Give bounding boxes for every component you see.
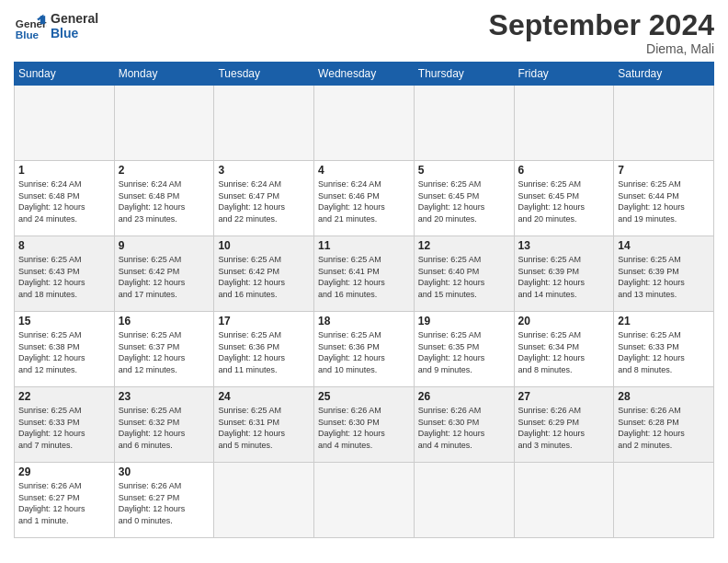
table-row: 9Sunrise: 6:25 AMSunset: 6:42 PMDaylight… xyxy=(114,236,214,312)
table-row: 19Sunrise: 6:25 AMSunset: 6:35 PMDayligh… xyxy=(414,312,514,387)
day-info: Sunrise: 6:25 AMSunset: 6:42 PMDaylight:… xyxy=(218,254,310,300)
day-info: Sunrise: 6:25 AMSunset: 6:32 PMDaylight:… xyxy=(119,405,210,451)
calendar-week-row: 1Sunrise: 6:24 AMSunset: 6:48 PMDaylight… xyxy=(15,161,714,236)
calendar-week-row: 29Sunrise: 6:26 AMSunset: 6:27 PMDayligh… xyxy=(15,463,714,538)
day-number: 18 xyxy=(318,315,410,327)
day-info: Sunrise: 6:25 AMSunset: 6:31 PMDaylight:… xyxy=(218,405,310,451)
col-wednesday: Wednesday xyxy=(314,63,415,86)
day-info: Sunrise: 6:25 AMSunset: 6:38 PMDaylight:… xyxy=(18,329,110,375)
day-info: Sunrise: 6:25 AMSunset: 6:44 PMDaylight:… xyxy=(618,178,710,224)
table-row: 1Sunrise: 6:24 AMSunset: 6:48 PMDaylight… xyxy=(15,161,115,236)
day-number: 21 xyxy=(618,315,710,327)
day-number: 10 xyxy=(218,239,310,252)
day-info: Sunrise: 6:25 AMSunset: 6:41 PMDaylight:… xyxy=(318,254,410,300)
day-info: Sunrise: 6:25 AMSunset: 6:40 PMDaylight:… xyxy=(418,254,510,300)
table-row: 21Sunrise: 6:25 AMSunset: 6:33 PMDayligh… xyxy=(614,312,714,387)
day-number: 27 xyxy=(518,390,610,403)
day-number: 2 xyxy=(119,164,210,177)
day-number: 4 xyxy=(318,164,410,177)
col-monday: Monday xyxy=(114,63,214,86)
calendar-week-row xyxy=(15,86,714,161)
day-number: 14 xyxy=(618,239,710,252)
day-info: Sunrise: 6:25 AMSunset: 6:36 PMDaylight:… xyxy=(218,329,310,375)
day-number: 9 xyxy=(119,239,210,252)
table-row: 27Sunrise: 6:26 AMSunset: 6:29 PMDayligh… xyxy=(514,387,614,463)
table-row: 26Sunrise: 6:26 AMSunset: 6:30 PMDayligh… xyxy=(414,387,514,463)
day-info: Sunrise: 6:26 AMSunset: 6:30 PMDaylight:… xyxy=(418,405,510,451)
day-number: 12 xyxy=(418,239,510,252)
table-row: 18Sunrise: 6:25 AMSunset: 6:36 PMDayligh… xyxy=(314,312,415,387)
day-number: 5 xyxy=(418,164,510,177)
svg-text:Blue: Blue xyxy=(16,29,40,40)
day-number: 28 xyxy=(618,390,710,403)
col-thursday: Thursday xyxy=(414,63,514,86)
day-number: 19 xyxy=(418,315,510,327)
day-number: 6 xyxy=(518,164,610,177)
day-info: Sunrise: 6:24 AMSunset: 6:47 PMDaylight:… xyxy=(218,178,310,224)
logo-general: General xyxy=(51,11,98,26)
table-row xyxy=(614,463,714,538)
table-row xyxy=(114,86,214,161)
logo: General Blue General Blue xyxy=(14,9,98,42)
table-row xyxy=(15,86,115,161)
col-friday: Friday xyxy=(514,63,614,86)
table-row xyxy=(314,463,415,538)
day-info: Sunrise: 6:25 AMSunset: 6:33 PMDaylight:… xyxy=(18,405,110,451)
header: General Blue General Blue September 2024… xyxy=(14,9,714,56)
table-row: 17Sunrise: 6:25 AMSunset: 6:36 PMDayligh… xyxy=(214,312,314,387)
month-title: September 2024 xyxy=(489,9,714,41)
logo-icon: General Blue xyxy=(14,9,47,42)
table-row xyxy=(514,86,614,161)
col-sunday: Sunday xyxy=(15,63,115,86)
table-row: 16Sunrise: 6:25 AMSunset: 6:37 PMDayligh… xyxy=(114,312,214,387)
day-number: 24 xyxy=(218,390,310,403)
day-number: 22 xyxy=(18,390,110,403)
table-row: 24Sunrise: 6:25 AMSunset: 6:31 PMDayligh… xyxy=(214,387,314,463)
table-row xyxy=(514,463,614,538)
table-row: 6Sunrise: 6:25 AMSunset: 6:45 PMDaylight… xyxy=(514,161,614,236)
table-row xyxy=(614,86,714,161)
day-number: 11 xyxy=(318,239,410,252)
table-row: 28Sunrise: 6:26 AMSunset: 6:28 PMDayligh… xyxy=(614,387,714,463)
day-info: Sunrise: 6:25 AMSunset: 6:43 PMDaylight:… xyxy=(18,254,110,300)
table-row: 3Sunrise: 6:24 AMSunset: 6:47 PMDaylight… xyxy=(214,161,314,236)
table-row: 11Sunrise: 6:25 AMSunset: 6:41 PMDayligh… xyxy=(314,236,415,312)
table-row: 2Sunrise: 6:24 AMSunset: 6:48 PMDaylight… xyxy=(114,161,214,236)
day-info: Sunrise: 6:24 AMSunset: 6:48 PMDaylight:… xyxy=(119,178,210,224)
day-number: 15 xyxy=(18,315,110,327)
day-number: 23 xyxy=(119,390,210,403)
day-number: 1 xyxy=(18,164,110,177)
day-info: Sunrise: 6:26 AMSunset: 6:27 PMDaylight:… xyxy=(119,480,210,526)
table-row: 15Sunrise: 6:25 AMSunset: 6:38 PMDayligh… xyxy=(15,312,115,387)
calendar-header-row: Sunday Monday Tuesday Wednesday Thursday… xyxy=(15,63,714,86)
day-info: Sunrise: 6:25 AMSunset: 6:45 PMDaylight:… xyxy=(518,178,610,224)
day-info: Sunrise: 6:26 AMSunset: 6:30 PMDaylight:… xyxy=(318,405,410,451)
day-number: 29 xyxy=(18,465,110,478)
day-info: Sunrise: 6:25 AMSunset: 6:35 PMDaylight:… xyxy=(418,329,510,375)
day-number: 26 xyxy=(418,390,510,403)
table-row: 12Sunrise: 6:25 AMSunset: 6:40 PMDayligh… xyxy=(414,236,514,312)
day-number: 17 xyxy=(218,315,310,327)
table-row: 5Sunrise: 6:25 AMSunset: 6:45 PMDaylight… xyxy=(414,161,514,236)
calendar-week-row: 8Sunrise: 6:25 AMSunset: 6:43 PMDaylight… xyxy=(15,236,714,312)
day-info: Sunrise: 6:25 AMSunset: 6:33 PMDaylight:… xyxy=(618,329,710,375)
page: General Blue General Blue September 2024… xyxy=(0,0,728,563)
location: Diema, Mali xyxy=(489,41,714,56)
day-number: 20 xyxy=(518,315,610,327)
table-row: 30Sunrise: 6:26 AMSunset: 6:27 PMDayligh… xyxy=(114,463,214,538)
calendar-week-row: 15Sunrise: 6:25 AMSunset: 6:38 PMDayligh… xyxy=(15,312,714,387)
table-row: 10Sunrise: 6:25 AMSunset: 6:42 PMDayligh… xyxy=(214,236,314,312)
table-row: 14Sunrise: 6:25 AMSunset: 6:39 PMDayligh… xyxy=(614,236,714,312)
day-info: Sunrise: 6:26 AMSunset: 6:29 PMDaylight:… xyxy=(518,405,610,451)
day-info: Sunrise: 6:24 AMSunset: 6:48 PMDaylight:… xyxy=(18,178,110,224)
col-tuesday: Tuesday xyxy=(214,63,314,86)
day-number: 25 xyxy=(318,390,410,403)
table-row: 4Sunrise: 6:24 AMSunset: 6:46 PMDaylight… xyxy=(314,161,415,236)
table-row: 7Sunrise: 6:25 AMSunset: 6:44 PMDaylight… xyxy=(614,161,714,236)
day-number: 8 xyxy=(18,239,110,252)
logo-blue: Blue xyxy=(51,26,98,40)
day-info: Sunrise: 6:25 AMSunset: 6:45 PMDaylight:… xyxy=(418,178,510,224)
day-number: 30 xyxy=(119,465,210,478)
table-row xyxy=(314,86,415,161)
calendar-week-row: 22Sunrise: 6:25 AMSunset: 6:33 PMDayligh… xyxy=(15,387,714,463)
